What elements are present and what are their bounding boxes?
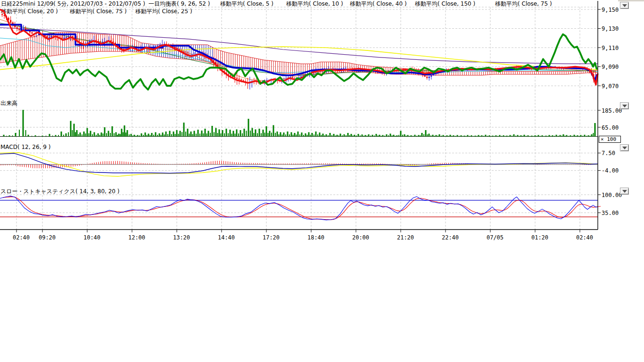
volume-bar — [23, 110, 24, 136]
volume-bar — [271, 132, 272, 136]
candle-body — [31, 33, 33, 34]
candle-body — [23, 29, 24, 30]
volume-bar — [505, 136, 506, 137]
volume-bar — [96, 135, 97, 137]
volume-bar — [574, 135, 575, 137]
volume-bar — [438, 136, 438, 137]
volume-multiplier-box: × 100 — [599, 136, 621, 143]
volume-panel-dropdown-button[interactable] — [620, 102, 629, 109]
volume-bar — [485, 135, 487, 137]
volume-bar — [418, 135, 420, 137]
volume-bar — [215, 128, 217, 137]
volume-bar — [63, 135, 64, 137]
volume-bar — [353, 135, 354, 136]
volume-bar — [46, 136, 47, 137]
volume-bar — [203, 133, 204, 137]
volume-bar — [222, 130, 223, 137]
volume-bar — [342, 135, 343, 136]
stochastics-panel-dropdown-button[interactable] — [620, 188, 629, 195]
candle-body — [294, 78, 295, 78]
time-axis-label: 13:20 — [173, 234, 190, 241]
candle-body — [18, 29, 20, 30]
volume-bar — [224, 133, 225, 137]
chart-application-window: 日経225mini 12/09( 5分, 2012/07/03 - 2012/0… — [0, 0, 644, 362]
volume-bar — [299, 134, 300, 136]
volume-bar — [19, 130, 20, 136]
volume-bar — [167, 134, 168, 136]
volume-bar — [123, 132, 124, 137]
volume-bar — [315, 132, 317, 137]
volume-bar — [82, 134, 83, 136]
volume-bar — [499, 135, 501, 137]
candle-body — [429, 77, 430, 78]
volume-bar — [185, 132, 186, 136]
volume-bar — [549, 135, 550, 137]
volume-bar — [198, 130, 199, 136]
volume-bar — [28, 135, 29, 137]
volume-bar — [372, 135, 373, 137]
volume-bar — [178, 134, 179, 137]
volume-bar — [466, 136, 467, 136]
volume-bar — [72, 130, 73, 137]
volume-bar — [176, 130, 178, 137]
volume-bar — [236, 130, 238, 137]
volume-bar — [248, 119, 249, 137]
volume-bar — [101, 132, 102, 136]
volume-bar — [545, 136, 547, 137]
candle-body — [49, 37, 50, 38]
volume-axis-label: 65.00 — [602, 124, 619, 131]
candle-body — [424, 75, 426, 77]
volume-bar — [312, 133, 313, 137]
volume-bar — [212, 126, 213, 137]
macd-panel-dropdown-button[interactable] — [620, 144, 629, 151]
volume-bar — [124, 125, 125, 136]
volume-bar — [307, 135, 308, 137]
volume-bar — [501, 136, 502, 136]
volume-bar — [55, 135, 57, 137]
volume-bar — [588, 135, 589, 136]
volume-bar — [182, 132, 182, 136]
volume-bar — [231, 134, 232, 137]
volume-bar — [477, 136, 478, 136]
volume-bar — [577, 135, 578, 136]
volume-bar — [576, 136, 577, 136]
candle-body — [426, 77, 428, 78]
volume-bar — [317, 134, 318, 136]
volume-bar — [301, 132, 303, 136]
candle-body — [1, 14, 3, 15]
volume-bar — [404, 134, 405, 137]
volume-bar — [453, 135, 454, 136]
volume-bar — [98, 133, 99, 137]
volume-bar — [238, 133, 239, 136]
time-axis-label: 20:00 — [352, 234, 369, 241]
volume-bar — [526, 136, 527, 136]
volume-bar — [125, 132, 126, 136]
volume-bar — [591, 134, 593, 137]
volume-bar — [117, 135, 118, 136]
volume-bar — [367, 136, 368, 137]
volume-bar — [570, 135, 571, 136]
volume-bar — [489, 135, 490, 136]
volume-bar — [376, 134, 377, 136]
volume-bar — [590, 136, 591, 137]
volume-bar — [136, 136, 137, 136]
volume-bar — [533, 136, 534, 137]
volume-bar — [582, 136, 583, 136]
volume-bar — [90, 131, 91, 137]
volume-bar — [481, 135, 483, 136]
volume-bar — [145, 132, 146, 136]
volume-bar — [584, 135, 586, 137]
volume-bar — [495, 135, 497, 136]
volume-bar — [233, 131, 234, 137]
volume-bar — [529, 136, 530, 137]
volume-bar — [228, 133, 229, 137]
volume-bar — [556, 135, 557, 137]
price-panel-dropdown-button[interactable] — [620, 2, 629, 9]
price-axis-label: 9,150 — [602, 7, 619, 13]
volume-bar — [461, 135, 462, 136]
volume-bar — [219, 130, 220, 137]
volume-bar — [319, 132, 321, 136]
volume-bar — [565, 136, 566, 137]
volume-bar — [269, 131, 271, 137]
candle-body — [63, 38, 65, 39]
